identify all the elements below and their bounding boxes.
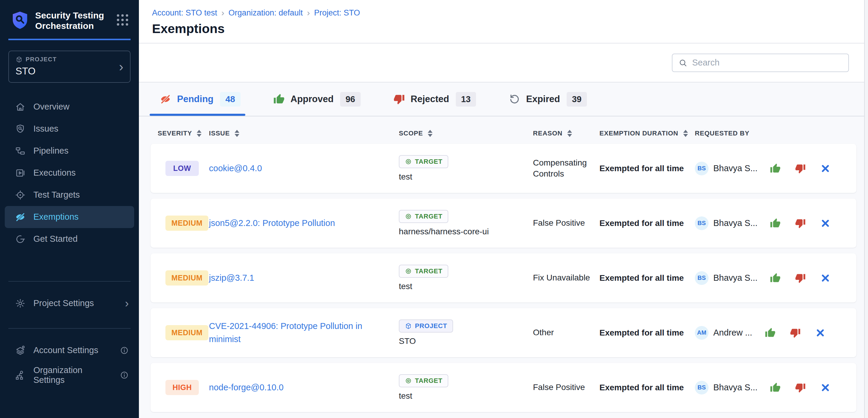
sidebar-settings-item[interactable]: Organization Settings <box>5 364 134 386</box>
scope-chip: PROJECT <box>399 319 453 333</box>
scope-name: test <box>399 391 412 401</box>
breadcrumb-link[interactable]: Project: STO <box>314 8 360 18</box>
issue-link[interactable]: jszip@3.7.1 <box>209 272 399 285</box>
exemption-row: MEDIUM json5@2.2.0: Prototype Pollution … <box>151 199 857 248</box>
sidebar-item[interactable]: Executions <box>5 162 134 184</box>
column-header-label: ISSUE <box>209 130 230 137</box>
severity-badge: HIGH <box>165 380 199 395</box>
requester-name: Bhavya S... <box>713 383 757 392</box>
cancel-button[interactable] <box>820 382 831 393</box>
info-icon <box>120 346 129 355</box>
table-header-row: SEVERITY ISSUE SCOPE <box>151 130 857 137</box>
reject-button[interactable] <box>795 163 806 174</box>
issue-link[interactable]: CVE-2021-44906: Prototype Pollution in m… <box>209 320 399 346</box>
tab-label: Rejected <box>411 94 449 104</box>
sidebar-settings-item[interactable]: Account Settings <box>5 339 134 361</box>
approve-button[interactable] <box>770 273 781 283</box>
main-content: Account: STO test › Organization: defaul… <box>139 0 868 418</box>
search-input[interactable] <box>692 58 842 68</box>
sidebar-item-label: Organization Settings <box>33 365 112 385</box>
exemption-duration: Exempted for all time <box>599 383 695 392</box>
approve-button[interactable] <box>770 218 781 229</box>
approve-button[interactable] <box>770 382 781 393</box>
approve-button[interactable] <box>770 163 781 174</box>
search-box[interactable] <box>672 54 849 72</box>
reason-text: Fix Unavailable <box>533 272 599 283</box>
requester-avatar: AM <box>695 326 709 340</box>
column-header: REASON <box>533 130 599 137</box>
row-actions <box>770 382 831 393</box>
sort-icon[interactable] <box>428 130 433 137</box>
sidebar-settings-secondary: Account Settings Organization Settings <box>0 339 139 386</box>
exemption-duration: Exempted for all time <box>599 328 695 338</box>
row-actions <box>770 218 831 229</box>
reject-button[interactable] <box>795 382 806 393</box>
cancel-button[interactable] <box>820 163 831 174</box>
issue-link[interactable]: json5@2.2.0: Prototype Pollution <box>209 217 399 230</box>
cancel-button[interactable] <box>820 218 831 229</box>
sort-icon[interactable] <box>683 130 688 137</box>
tab[interactable]: Approved 96 <box>273 82 361 116</box>
gear-icon <box>15 298 26 309</box>
scope-target-icon <box>405 158 412 165</box>
org-gear-icon <box>15 370 26 381</box>
thumb-up-icon <box>273 94 285 105</box>
project-selector[interactable]: PROJECT STO › <box>8 50 130 83</box>
reject-button[interactable] <box>795 273 806 283</box>
reject-button[interactable] <box>795 218 806 229</box>
issue-link[interactable]: cookie@0.4.0 <box>209 162 399 175</box>
sidebar-settings-item[interactable]: Project Settings › <box>5 292 134 314</box>
exemption-duration: Exempted for all time <box>599 273 695 283</box>
scrollbar[interactable] <box>864 0 868 418</box>
page-title: Exemptions <box>152 22 868 36</box>
sidebar-item-label: Get Started <box>33 234 78 244</box>
sidebar-item[interactable]: Get Started <box>5 228 134 250</box>
sidebar-nav: Overview Issues Pipelines Executions Tes… <box>0 96 139 250</box>
issue-link[interactable]: node-forge@0.10.0 <box>209 381 399 394</box>
tab-label: Expired <box>526 94 560 104</box>
reason-text: Compensating Controls <box>533 158 599 179</box>
module-switcher-icon[interactable] <box>117 14 128 26</box>
cancel-button[interactable] <box>815 327 826 338</box>
sidebar-item[interactable]: Exemptions <box>5 206 134 228</box>
sidebar-item[interactable]: Test Targets <box>5 184 134 206</box>
exemption-duration: Exempted for all time <box>599 164 695 173</box>
severity-badge: MEDIUM <box>165 215 208 231</box>
requester-name: Andrew ... <box>713 328 752 338</box>
row-actions <box>765 327 826 338</box>
requester-avatar: BS <box>695 162 709 175</box>
column-header-label: REQUESTED BY <box>695 130 749 137</box>
tab[interactable]: Rejected 13 <box>394 82 476 116</box>
column-header-label: EXEMPTION DURATION <box>599 130 678 137</box>
reject-button[interactable] <box>790 327 801 338</box>
sidebar-item[interactable]: Pipelines <box>5 140 134 162</box>
sidebar-divider <box>8 328 130 329</box>
sidebar-item[interactable]: Overview <box>5 96 134 118</box>
tab-label: Pending <box>177 94 213 104</box>
pipelines-icon <box>15 146 26 156</box>
breadcrumb-separator: › <box>221 8 224 18</box>
approve-button[interactable] <box>765 327 776 338</box>
chevron-right-icon: › <box>125 298 129 309</box>
scope-chip: TARGET <box>399 155 448 168</box>
requester-name: Bhavya S... <box>713 164 757 173</box>
scope-project-icon <box>405 322 412 329</box>
tab[interactable]: Pending 48 <box>160 82 241 116</box>
sidebar-item-label: Overview <box>33 102 69 112</box>
breadcrumb-link[interactable]: Account: STO test <box>152 8 217 18</box>
scope-chip-label: TARGET <box>415 213 442 220</box>
breadcrumb-link[interactable]: Organization: default <box>228 8 303 18</box>
tab[interactable]: Expired 39 <box>509 82 587 116</box>
sort-icon[interactable] <box>197 130 202 137</box>
requester-name: Bhavya S... <box>713 273 757 283</box>
column-header: ISSUE <box>209 130 399 137</box>
cancel-button[interactable] <box>820 273 831 283</box>
column-header-label: SEVERITY <box>158 130 192 137</box>
sort-icon[interactable] <box>235 130 239 137</box>
tab-count-badge: 39 <box>567 92 587 107</box>
thumb-down-icon <box>394 94 405 105</box>
scope-target-icon <box>405 377 412 384</box>
sidebar-item[interactable]: Issues <box>5 118 134 140</box>
tab-count-badge: 48 <box>220 92 240 107</box>
sort-icon[interactable] <box>567 130 572 137</box>
